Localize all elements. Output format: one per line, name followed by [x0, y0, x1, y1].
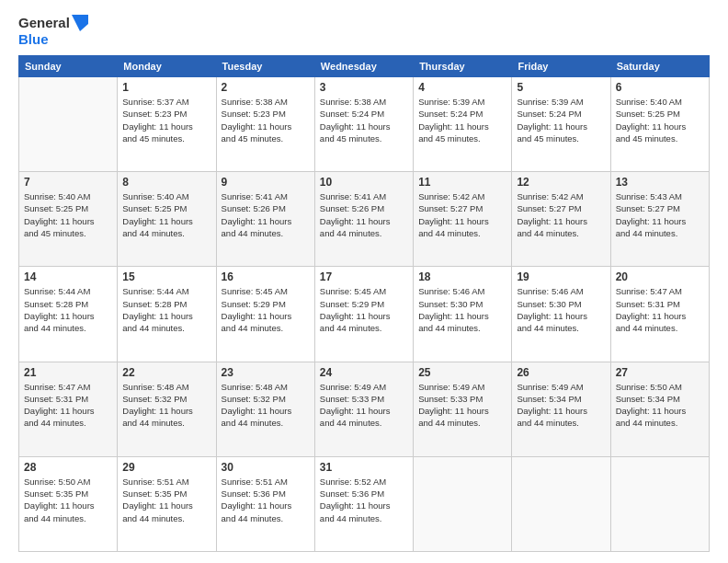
day-number: 31 — [320, 461, 408, 474]
day-info: Sunrise: 5:41 AM Sunset: 5:26 PM Dayligh… — [320, 190, 408, 239]
day-number: 22 — [122, 366, 210, 379]
calendar-cell: 7Sunrise: 5:40 AM Sunset: 5:25 PM Daylig… — [19, 172, 118, 267]
day-info: Sunrise: 5:39 AM Sunset: 5:24 PM Dayligh… — [418, 96, 506, 144]
day-info: Sunrise: 5:51 AM Sunset: 5:35 PM Dayligh… — [122, 476, 210, 524]
day-number: 27 — [616, 366, 704, 379]
day-info: Sunrise: 5:42 AM Sunset: 5:27 PM Dayligh… — [418, 190, 506, 239]
svg-marker-0 — [72, 15, 88, 31]
day-info: Sunrise: 5:46 AM Sunset: 5:30 PM Dayligh… — [418, 285, 506, 334]
calendar-cell: 6Sunrise: 5:40 AM Sunset: 5:25 PM Daylig… — [610, 77, 709, 172]
calendar-cell: 23Sunrise: 5:48 AM Sunset: 5:32 PM Dayli… — [216, 362, 314, 456]
day-number: 30 — [222, 461, 310, 474]
day-info: Sunrise: 5:50 AM Sunset: 5:34 PM Dayligh… — [616, 381, 704, 430]
day-info: Sunrise: 5:43 AM Sunset: 5:27 PM Dayligh… — [616, 190, 704, 239]
day-info: Sunrise: 5:47 AM Sunset: 5:31 PM Dayligh… — [24, 381, 112, 430]
day-number: 12 — [517, 176, 605, 189]
day-info: Sunrise: 5:51 AM Sunset: 5:36 PM Dayligh… — [222, 476, 310, 524]
calendar-cell — [414, 456, 512, 551]
day-info: Sunrise: 5:45 AM Sunset: 5:29 PM Dayligh… — [222, 285, 310, 334]
calendar-cell: 20Sunrise: 5:47 AM Sunset: 5:31 PM Dayli… — [610, 267, 709, 362]
calendar-cell — [610, 456, 709, 551]
day-number: 1 — [122, 81, 210, 94]
day-info: Sunrise: 5:44 AM Sunset: 5:28 PM Dayligh… — [122, 285, 210, 334]
day-info: Sunrise: 5:40 AM Sunset: 5:25 PM Dayligh… — [24, 190, 112, 239]
logo-text-general: General — [18, 15, 70, 31]
day-info: Sunrise: 5:44 AM Sunset: 5:28 PM Dayligh… — [24, 285, 112, 334]
day-number: 17 — [320, 270, 408, 283]
col-header-saturday: Saturday — [610, 56, 709, 77]
day-number: 26 — [517, 366, 605, 379]
day-info: Sunrise: 5:41 AM Sunset: 5:26 PM Dayligh… — [222, 190, 310, 239]
day-info: Sunrise: 5:47 AM Sunset: 5:31 PM Dayligh… — [616, 285, 704, 334]
calendar-cell: 22Sunrise: 5:48 AM Sunset: 5:32 PM Dayli… — [118, 362, 216, 456]
day-info: Sunrise: 5:40 AM Sunset: 5:25 PM Dayligh… — [616, 96, 704, 144]
calendar-cell: 13Sunrise: 5:43 AM Sunset: 5:27 PM Dayli… — [610, 172, 709, 267]
calendar-cell — [19, 77, 118, 172]
day-info: Sunrise: 5:52 AM Sunset: 5:36 PM Dayligh… — [320, 476, 408, 524]
day-info: Sunrise: 5:48 AM Sunset: 5:32 PM Dayligh… — [222, 381, 310, 430]
col-header-sunday: Sunday — [19, 56, 118, 77]
col-header-monday: Monday — [118, 56, 216, 77]
day-number: 8 — [122, 176, 210, 189]
day-info: Sunrise: 5:46 AM Sunset: 5:30 PM Dayligh… — [517, 285, 605, 334]
page: General Blue SundayMondayTuesdayWednesda… — [0, 0, 728, 563]
col-header-friday: Friday — [512, 56, 610, 77]
calendar-cell: 30Sunrise: 5:51 AM Sunset: 5:36 PM Dayli… — [216, 456, 314, 551]
col-header-wednesday: Wednesday — [314, 56, 413, 77]
calendar-cell: 25Sunrise: 5:49 AM Sunset: 5:33 PM Dayli… — [414, 362, 512, 456]
calendar-cell: 2Sunrise: 5:38 AM Sunset: 5:23 PM Daylig… — [216, 77, 314, 172]
day-info: Sunrise: 5:39 AM Sunset: 5:24 PM Dayligh… — [517, 96, 605, 144]
day-info: Sunrise: 5:50 AM Sunset: 5:35 PM Dayligh… — [24, 476, 112, 524]
day-number: 11 — [418, 176, 506, 189]
calendar-cell: 10Sunrise: 5:41 AM Sunset: 5:26 PM Dayli… — [314, 172, 413, 267]
calendar-cell: 12Sunrise: 5:42 AM Sunset: 5:27 PM Dayli… — [512, 172, 610, 267]
calendar-cell: 29Sunrise: 5:51 AM Sunset: 5:35 PM Dayli… — [118, 456, 216, 551]
day-info: Sunrise: 5:49 AM Sunset: 5:34 PM Dayligh… — [517, 381, 605, 430]
day-info: Sunrise: 5:48 AM Sunset: 5:32 PM Dayligh… — [122, 381, 210, 430]
calendar-cell: 17Sunrise: 5:45 AM Sunset: 5:29 PM Dayli… — [314, 267, 413, 362]
day-info: Sunrise: 5:49 AM Sunset: 5:33 PM Dayligh… — [320, 381, 408, 430]
day-number: 25 — [418, 366, 506, 379]
calendar-cell: 8Sunrise: 5:40 AM Sunset: 5:25 PM Daylig… — [118, 172, 216, 267]
day-number: 18 — [418, 270, 506, 283]
day-info: Sunrise: 5:45 AM Sunset: 5:29 PM Dayligh… — [320, 285, 408, 334]
col-header-tuesday: Tuesday — [216, 56, 314, 77]
day-number: 4 — [418, 81, 506, 94]
day-info: Sunrise: 5:37 AM Sunset: 5:23 PM Dayligh… — [122, 96, 210, 144]
calendar-cell: 27Sunrise: 5:50 AM Sunset: 5:34 PM Dayli… — [610, 362, 709, 456]
day-number: 2 — [222, 81, 310, 94]
calendar-cell: 4Sunrise: 5:39 AM Sunset: 5:24 PM Daylig… — [414, 77, 512, 172]
day-number: 14 — [24, 270, 112, 283]
day-number: 24 — [320, 366, 408, 379]
calendar-cell: 15Sunrise: 5:44 AM Sunset: 5:28 PM Dayli… — [118, 267, 216, 362]
day-info: Sunrise: 5:49 AM Sunset: 5:33 PM Dayligh… — [418, 381, 506, 430]
logo: General Blue — [18, 15, 88, 48]
day-number: 5 — [517, 81, 605, 94]
day-number: 16 — [222, 270, 310, 283]
calendar-cell — [512, 456, 610, 551]
day-info: Sunrise: 5:42 AM Sunset: 5:27 PM Dayligh… — [517, 190, 605, 239]
day-info: Sunrise: 5:40 AM Sunset: 5:25 PM Dayligh… — [122, 190, 210, 239]
calendar-cell: 18Sunrise: 5:46 AM Sunset: 5:30 PM Dayli… — [414, 267, 512, 362]
calendar-cell: 5Sunrise: 5:39 AM Sunset: 5:24 PM Daylig… — [512, 77, 610, 172]
day-number: 20 — [616, 270, 704, 283]
day-number: 21 — [24, 366, 112, 379]
logo-text-blue: Blue — [18, 31, 88, 48]
col-header-thursday: Thursday — [414, 56, 512, 77]
day-number: 29 — [122, 461, 210, 474]
day-number: 10 — [320, 176, 408, 189]
day-number: 19 — [517, 270, 605, 283]
calendar-cell: 24Sunrise: 5:49 AM Sunset: 5:33 PM Dayli… — [314, 362, 413, 456]
calendar-cell: 28Sunrise: 5:50 AM Sunset: 5:35 PM Dayli… — [19, 456, 118, 551]
calendar-cell: 19Sunrise: 5:46 AM Sunset: 5:30 PM Dayli… — [512, 267, 610, 362]
calendar-cell: 26Sunrise: 5:49 AM Sunset: 5:34 PM Dayli… — [512, 362, 610, 456]
day-number: 9 — [222, 176, 310, 189]
day-number: 7 — [24, 176, 112, 189]
calendar-cell: 14Sunrise: 5:44 AM Sunset: 5:28 PM Dayli… — [19, 267, 118, 362]
calendar-cell: 21Sunrise: 5:47 AM Sunset: 5:31 PM Dayli… — [19, 362, 118, 456]
day-number: 6 — [616, 81, 704, 94]
logo-arrow-icon — [72, 15, 88, 31]
calendar-cell: 16Sunrise: 5:45 AM Sunset: 5:29 PM Dayli… — [216, 267, 314, 362]
calendar-table: SundayMondayTuesdayWednesdayThursdayFrid… — [18, 55, 710, 552]
day-info: Sunrise: 5:38 AM Sunset: 5:23 PM Dayligh… — [222, 96, 310, 144]
